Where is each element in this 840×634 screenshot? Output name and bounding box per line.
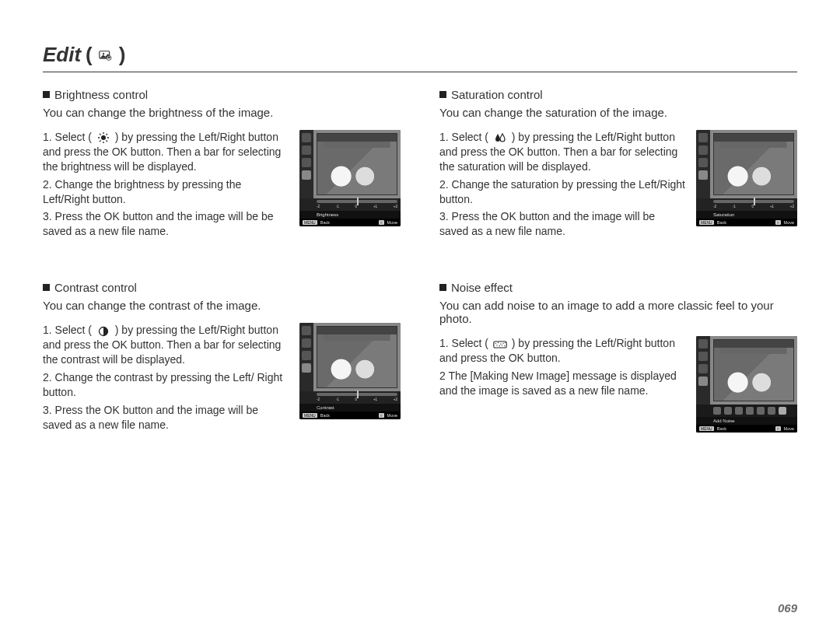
side-icon [302,363,311,373]
step2: 2. Change the contrast by pressing the L… [43,370,290,400]
row-icon [735,407,743,415]
step3: 3. Press the OK button and the image wil… [43,209,290,239]
svg-line-8 [100,134,101,135]
tick: +1 [770,205,774,208]
svg-point-17 [502,342,503,343]
sample-photo [317,133,397,195]
sample-photo [713,133,794,195]
svg-point-16 [500,343,501,344]
paren-close: ) [119,43,126,67]
page-title: Edit ( ) [43,43,797,72]
side-icon [302,158,311,167]
row-icon [724,407,732,415]
row-icon [713,407,721,415]
move-label: Move [784,426,794,431]
edit-icon [99,50,113,61]
square-bullet-icon [43,91,50,98]
paren-open: ( [86,43,93,67]
tick: +1 [373,398,377,401]
page-number: 069 [778,601,797,615]
svg-point-22 [505,342,506,342]
section-noise: Noise effect You can add noise to an ima… [439,281,797,433]
svg-point-14 [495,342,496,343]
tick: -1 [336,205,339,208]
svg-rect-13 [494,341,506,347]
back-label: Back [320,220,330,225]
side-icon [302,338,311,348]
side-icon [698,170,708,180]
column-left: Brightness control You can change the br… [43,88,401,474]
section-title-text: Noise effect [451,281,513,294]
side-icon [698,158,708,167]
slider-track [713,200,794,203]
side-icon [698,339,708,349]
row-icon [757,407,765,415]
svg-point-3 [101,135,106,140]
svg-point-20 [502,345,502,345]
section-heading: Saturation control [439,88,797,101]
sample-photo [317,326,397,388]
square-bullet-icon [43,284,50,291]
back-label: Back [717,426,726,431]
section-title-text: Brightness control [54,88,148,101]
screen-mode-label: Brightness [299,211,401,219]
contrast-icon [96,326,110,337]
section-intro: You can change the brightness of the ima… [43,106,401,119]
side-icon [698,133,708,142]
step3: 3. Press the OK button and the image wil… [43,403,290,433]
section-contrast: Contrast control You can change the cont… [43,281,401,435]
move-label: Move [387,413,397,418]
tick: -2 [713,205,716,208]
back-label: Back [717,220,726,225]
step2: 2. Change the saturation by pressing the… [439,177,687,207]
section-steps: 1. Select ( ) by pressing the Left/Right… [439,130,687,242]
title-text: Edit [43,43,81,67]
content-columns: Brightness control You can change the br… [43,88,797,474]
back-label: Back [320,413,330,418]
camera-screen-saturation: -2 -1 0 +1 +2 Saturation MENU Back [696,130,797,226]
section-heading: Noise effect [439,281,797,294]
tick: +1 [373,205,377,208]
side-icon [698,352,708,361]
move-tag: ◊ [379,413,383,418]
step1-pre: 1. Select ( [439,131,488,143]
step2: 2. Change the brightness by pressing the… [43,177,290,207]
back-tag: MENU [699,426,714,431]
tick: -1 [733,205,736,208]
saturation-icon [493,132,507,143]
slider-track [317,393,397,396]
move-label: Move [387,220,397,225]
tick: +2 [394,398,397,401]
svg-point-1 [103,53,104,54]
svg-point-18 [496,345,497,345]
back-tag: MENU [699,220,714,225]
column-right: Saturation control You can change the sa… [439,88,797,474]
section-title-text: Saturation control [451,88,543,101]
section-heading: Contrast control [43,281,401,294]
move-tag: ◊ [379,220,383,225]
tick: +2 [790,205,794,208]
svg-line-10 [100,141,101,142]
side-icon [698,145,708,155]
section-intro: You can add noise to an image to add a m… [439,299,797,325]
manual-page: Edit ( ) Brightness control You can chan… [0,0,840,634]
slider-track [317,200,397,203]
noise-icon [493,339,507,350]
sample-photo [713,339,794,401]
side-icon [302,145,311,155]
move-label: Move [784,220,794,225]
square-bullet-icon [439,91,446,98]
section-steps: 1. Select ( [439,336,687,401]
side-icon [302,133,311,142]
step3: 3. Press the OK button and the image wil… [439,209,687,239]
step1-pre: 1. Select ( [439,337,488,349]
screen-mode-label: Contrast [299,404,401,412]
screen-mode-label: Saturation [696,211,797,219]
back-tag: MENU [303,413,317,418]
tick: +2 [394,205,397,208]
section-title-text: Contrast control [54,281,137,294]
square-bullet-icon [439,284,446,291]
section-intro: You can change the saturation of the ima… [439,106,797,119]
camera-screen-brightness: -2 -1 0 +1 +2 Brightness MENU Back [299,130,401,226]
move-tag: ◊ [775,220,780,225]
